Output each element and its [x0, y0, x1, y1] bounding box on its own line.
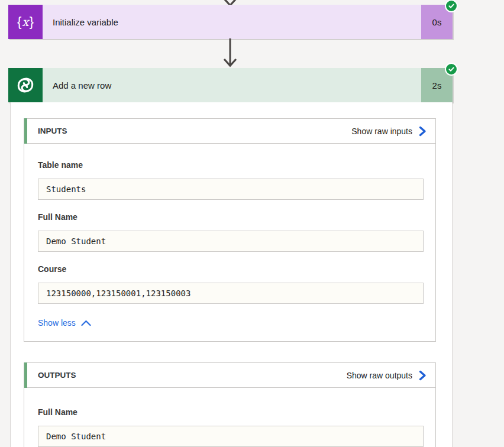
output-field-full-name: Full Name Demo Student: [38, 407, 424, 447]
action-details-card: INPUTS Show raw inputs Table name Studen…: [10, 102, 453, 447]
outputs-content: Full Name Demo Student: [24, 388, 435, 447]
outputs-section-label: OUTPUTS: [38, 371, 347, 380]
outputs-panel: OUTPUTS Show raw outputs Full Name Demo …: [24, 362, 436, 447]
outputs-panel-header: OUTPUTS Show raw outputs: [24, 363, 435, 388]
flow-run-canvas: {x} Initialize variable 0s Add a new row: [0, 0, 504, 447]
action-title: Add a new row: [43, 68, 421, 102]
field-label: Table name: [38, 160, 424, 171]
chevron-right-icon: [419, 370, 427, 381]
field-label: Full Name: [38, 407, 424, 418]
show-less-label: Show less: [38, 318, 76, 328]
variable-icon: {x}: [8, 5, 43, 39]
show-raw-inputs-label: Show raw inputs: [351, 127, 412, 136]
variable-icon-brace-close: }: [30, 14, 34, 30]
inputs-panel-header: INPUTS Show raw inputs: [24, 119, 435, 144]
action-add-a-new-row[interactable]: Add a new row 2s: [8, 68, 453, 102]
inputs-accent-bar: [24, 118, 27, 144]
input-field-full-name: Full Name Demo Student: [38, 212, 424, 252]
show-less-link[interactable]: Show less: [38, 318, 91, 328]
connector-arrow: [222, 38, 238, 70]
success-check-icon: [445, 0, 458, 12]
chevron-right-icon: [419, 126, 427, 137]
field-label: Course: [38, 264, 424, 275]
field-label: Full Name: [38, 212, 424, 223]
input-field-table-name: Table name Students: [38, 160, 424, 200]
field-value: Demo Student: [38, 426, 424, 447]
input-field-course: Course 123150000,123150001,123150003: [38, 264, 424, 304]
success-check-icon: [445, 63, 458, 76]
field-value: Students: [38, 179, 424, 200]
action-title: Initialize variable: [43, 5, 421, 39]
outputs-accent-bar: [24, 362, 27, 388]
inputs-content: Table name Students Full Name Demo Stude…: [24, 144, 435, 340]
inputs-section-label: INPUTS: [38, 127, 351, 135]
show-raw-outputs-label: Show raw outputs: [347, 371, 412, 380]
show-raw-outputs-link[interactable]: Show raw outputs: [347, 370, 427, 381]
chevron-up-icon: [81, 320, 91, 326]
variable-icon-brace-open: {: [17, 14, 21, 30]
field-value: 123150000,123150001,123150003: [38, 283, 424, 304]
inputs-panel: INPUTS Show raw inputs Table name Studen…: [24, 118, 436, 342]
dataverse-icon: [8, 68, 43, 102]
field-value: Demo Student: [38, 231, 424, 252]
action-initialize-variable[interactable]: {x} Initialize variable 0s: [8, 5, 453, 39]
variable-icon-x: x: [21, 15, 29, 29]
show-raw-inputs-link[interactable]: Show raw inputs: [351, 126, 427, 137]
